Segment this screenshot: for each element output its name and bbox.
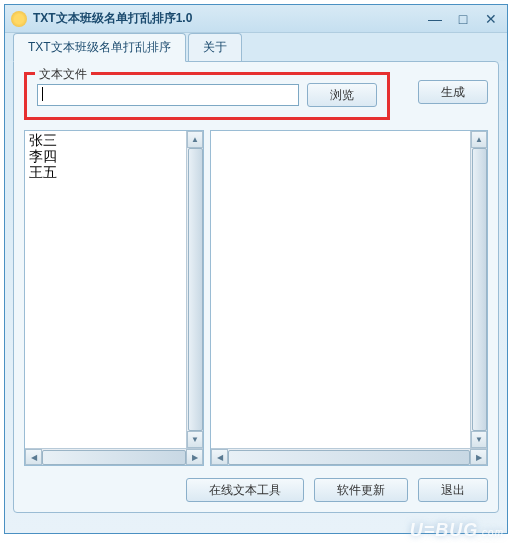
close-button[interactable]: ✕ — [481, 11, 501, 27]
source-list[interactable]: 张三 李四 王五 ▲ ▼ ◀ ▶ — [24, 130, 204, 466]
result-list[interactable]: ▲ ▼ ◀ ▶ — [210, 130, 488, 466]
browse-button[interactable]: 浏览 — [307, 83, 377, 107]
minimize-button[interactable]: — — [425, 11, 445, 27]
result-list-body[interactable] — [211, 131, 470, 448]
scroll-thumb[interactable] — [188, 148, 203, 431]
scroll-down-icon[interactable]: ▼ — [187, 431, 203, 448]
source-vscrollbar[interactable]: ▲ ▼ — [186, 131, 203, 448]
titlebar[interactable]: TXT文本班级名单打乱排序1.0 — □ ✕ — [5, 5, 507, 33]
scroll-down-icon[interactable]: ▼ — [471, 431, 487, 448]
list-item[interactable]: 王五 — [29, 165, 182, 181]
exit-button[interactable]: 退出 — [418, 478, 488, 502]
result-vscrollbar[interactable]: ▲ ▼ — [470, 131, 487, 448]
tab-content: 文本文件 浏览 生成 张三 李四 王五 ▲ — [13, 61, 499, 513]
scroll-left-icon[interactable]: ◀ — [211, 449, 228, 465]
maximize-button[interactable]: □ — [453, 11, 473, 27]
tab-main[interactable]: TXT文本班级名单打乱排序 — [13, 33, 186, 62]
window-title: TXT文本班级名单打乱排序1.0 — [33, 10, 425, 27]
scroll-right-icon[interactable]: ▶ — [470, 449, 487, 465]
scroll-right-icon[interactable]: ▶ — [186, 449, 203, 465]
tab-bar: TXT文本班级名单打乱排序 关于 — [5, 33, 507, 61]
scroll-left-icon[interactable]: ◀ — [25, 449, 42, 465]
source-hscrollbar[interactable]: ◀ ▶ — [25, 448, 203, 465]
bottom-toolbar: 在线文本工具 软件更新 退出 — [24, 466, 488, 502]
list-item[interactable]: 李四 — [29, 149, 182, 165]
scroll-thumb[interactable] — [42, 450, 186, 465]
result-hscrollbar[interactable]: ◀ ▶ — [211, 448, 487, 465]
source-list-body[interactable]: 张三 李四 王五 — [25, 131, 186, 448]
list-item[interactable]: 张三 — [29, 133, 182, 149]
file-group-highlight: 文本文件 浏览 — [24, 72, 390, 120]
generate-button[interactable]: 生成 — [418, 80, 488, 104]
file-path-input[interactable] — [37, 84, 299, 106]
online-tool-button[interactable]: 在线文本工具 — [186, 478, 304, 502]
tab-about[interactable]: 关于 — [188, 33, 242, 61]
scroll-up-icon[interactable]: ▲ — [471, 131, 487, 148]
app-icon — [11, 11, 27, 27]
app-window: TXT文本班级名单打乱排序1.0 — □ ✕ TXT文本班级名单打乱排序 关于 … — [4, 4, 508, 534]
scroll-thumb[interactable] — [472, 148, 487, 431]
update-button[interactable]: 软件更新 — [314, 478, 408, 502]
scroll-up-icon[interactable]: ▲ — [187, 131, 203, 148]
file-label: 文本文件 — [35, 66, 91, 83]
scroll-thumb[interactable] — [228, 450, 470, 465]
